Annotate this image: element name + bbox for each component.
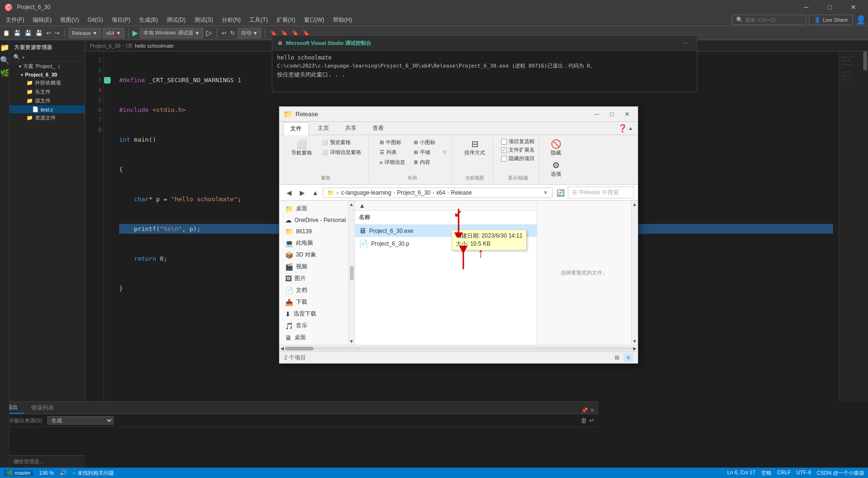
small-icons-btn[interactable]: ⊞ 小图标: [410, 138, 439, 147]
line-ending[interactable]: CRLF: [777, 469, 791, 477]
h-scroll-thumb[interactable]: [285, 347, 313, 350]
fe-maximize-button[interactable]: □: [605, 108, 619, 120]
undo-icon[interactable]: ↩: [45, 29, 52, 37]
details-btn[interactable]: ≡ 详细信息: [376, 158, 408, 167]
content-btn[interactable]: ≣ 内容: [410, 158, 439, 167]
fe-sidebar-music[interactable]: 🎵 音乐: [279, 320, 355, 332]
fe-sidebar-desktop-1[interactable]: 📁 桌面: [279, 203, 355, 214]
fe-bottom-scrollbar[interactable]: ◀ ▶: [279, 345, 638, 351]
path-project[interactable]: Project_6_30: [397, 189, 431, 196]
medium-icons-btn[interactable]: ⊞ 中图标: [376, 138, 408, 147]
path-c-language[interactable]: c-language-learning: [341, 189, 391, 196]
path-release[interactable]: Release: [451, 189, 472, 196]
fe-sidebar-desktop-2[interactable]: 🖥 桌面: [279, 332, 355, 343]
tab-errors[interactable]: 错误列表: [25, 401, 61, 414]
menu-help[interactable]: 帮助(H): [329, 15, 356, 25]
hidden-items-checkbox[interactable]: [501, 156, 507, 162]
scroll-down-icon[interactable]: ▼: [349, 339, 354, 344]
play-icon[interactable]: ▶: [132, 28, 138, 37]
main-scroll-up[interactable]: ▲: [633, 202, 637, 207]
fe-sidebar-downloads[interactable]: 📥 下载: [279, 296, 355, 308]
nav-pane-btn[interactable]: ⬜ 导航窗格: [287, 138, 316, 158]
h-scroll-right[interactable]: ▶: [633, 346, 637, 351]
explorer-sources[interactable]: 📁 源文件: [9, 96, 85, 105]
item-checkbox-item[interactable]: 项目复选框: [501, 138, 535, 145]
ribbon-collapse-icon[interactable]: ▲: [627, 125, 634, 132]
fe-forward-button[interactable]: ▶: [296, 187, 308, 198]
fe-sidebar-windows-ssd[interactable]: 💾 Windows-SSD (C:): [279, 343, 355, 345]
path-dropdown-icon[interactable]: ▼: [543, 189, 548, 196]
menu-edit[interactable]: 编辑(E): [29, 15, 55, 25]
fe-sidebar-3d[interactable]: 📦 3D 对象: [279, 249, 355, 261]
maximize-button[interactable]: □: [819, 0, 841, 14]
sort-btn[interactable]: ⊟ 排序方式: [460, 138, 489, 158]
auto-dropdown[interactable]: 自动 ▼: [238, 28, 261, 38]
layout-expand-btn[interactable]: ▼: [441, 138, 448, 167]
fe-sidebar-pictures[interactable]: 🖼 图片: [279, 273, 355, 284]
fe-sidebar-onedrive[interactable]: ☁ OneDrive - Personal: [279, 214, 355, 226]
toolbar-icon-4[interactable]: 💾: [35, 29, 43, 37]
menu-git[interactable]: Git(G): [84, 16, 107, 24]
search-input[interactable]: [745, 17, 802, 23]
fe-view-btn-2[interactable]: ≡: [624, 353, 633, 362]
list-btn[interactable]: ☰ 列表: [376, 148, 408, 157]
console-minimize[interactable]: ─: [679, 38, 692, 48]
explorer-external-deps[interactable]: 📁 外部依赖项: [9, 78, 85, 87]
file-ext-item[interactable]: ✓ 文件扩展名: [501, 146, 535, 154]
options-btn[interactable]: ⚙ 选项: [547, 159, 565, 179]
fe-sidebar-thunder[interactable]: ⬇ 迅雷下载: [279, 308, 355, 320]
h-scroll-left[interactable]: ◀: [280, 346, 284, 351]
preview-pane-btn[interactable]: ⬜ 预览窗格: [318, 138, 365, 147]
explorer-project[interactable]: ▾ Project_6_30: [9, 71, 85, 78]
toolbar-icon-6[interactable]: ↻: [229, 29, 236, 37]
main-scroll-down[interactable]: ▼: [633, 339, 637, 344]
explorer-headers[interactable]: 📁 头文件: [9, 87, 85, 96]
toolbar-icon-5[interactable]: ↩: [221, 29, 227, 37]
menu-test[interactable]: 测试(S): [191, 15, 217, 25]
fe-tab-file[interactable]: 文件: [283, 122, 309, 135]
hide-btn[interactable]: 🚫 隐藏: [547, 138, 565, 158]
menu-analyze[interactable]: 分析(N): [218, 15, 245, 25]
main-scrollbar[interactable]: ▲ ▼: [631, 201, 638, 345]
fe-up-button[interactable]: ▲: [310, 187, 321, 198]
git-status[interactable]: 🌿 master: [4, 470, 34, 476]
menu-project[interactable]: 项目(P): [108, 15, 134, 25]
menu-build[interactable]: 生成(B): [135, 15, 162, 25]
config-dropdown[interactable]: Release ▼: [69, 28, 101, 38]
menu-view[interactable]: 视图(V): [56, 15, 83, 25]
toolbar-icon-3[interactable]: 💾: [24, 29, 33, 37]
redo-icon[interactable]: ↪: [54, 29, 61, 37]
file-ext-checkbox[interactable]: ✓: [501, 147, 507, 153]
fe-tab-home[interactable]: 主页: [311, 122, 336, 135]
spaces[interactable]: 空格: [761, 469, 772, 477]
fe-address-path[interactable]: 📁 « c-language-learning › Project_6_30 ›…: [323, 188, 553, 198]
toolbar-icon-1[interactable]: 📋: [2, 29, 11, 37]
fe-back-button[interactable]: ◀: [283, 187, 295, 198]
property-manager-tab[interactable]: 属性管理器...: [9, 455, 85, 468]
git-activity-icon[interactable]: 🌿: [0, 68, 9, 77]
close-button[interactable]: ✕: [842, 0, 864, 14]
output-close-icon[interactable]: ✕: [590, 407, 595, 414]
clear-icon[interactable]: 🗑: [581, 417, 587, 424]
explorer-solution[interactable]: ▾ 方案 'Project_（: [9, 62, 85, 71]
play-outline-icon[interactable]: ▷: [205, 27, 213, 38]
menu-extensions[interactable]: 扩展(X): [273, 15, 299, 25]
output-source-select[interactable]: 生成: [47, 416, 113, 425]
account-icon[interactable]: 👤: [856, 15, 866, 25]
explorer-resources[interactable]: 📁 资源文件: [9, 113, 85, 122]
menu-debug[interactable]: 调试(D): [163, 15, 190, 25]
item-checkbox[interactable]: [501, 139, 507, 145]
fe-minimize-button[interactable]: ─: [590, 108, 604, 120]
fe-tab-share[interactable]: 共享: [338, 122, 364, 135]
live-share-button[interactable]: 👤 Live Share: [809, 15, 853, 25]
menu-window[interactable]: 窗口(W): [300, 15, 328, 25]
search-activity-icon[interactable]: 🔍: [0, 56, 9, 65]
fe-refresh-button[interactable]: 🔄: [555, 187, 566, 198]
path-x64[interactable]: x64: [436, 189, 445, 196]
explorer-testc[interactable]: 📄 test.c: [9, 105, 85, 113]
fe-tab-view[interactable]: 查看: [365, 122, 391, 135]
fe-close-button[interactable]: ✕: [620, 108, 634, 120]
toolbar-icon-2[interactable]: 💾: [13, 29, 22, 37]
problems-status[interactable]: ● 未找到相关问题: [72, 469, 114, 477]
menu-tools[interactable]: 工具(T): [245, 15, 271, 25]
